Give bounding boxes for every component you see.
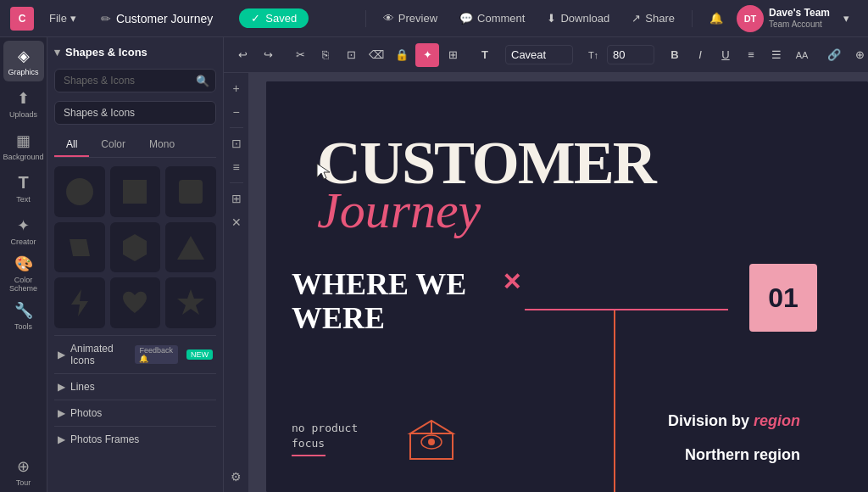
canvas: CUSTOMER Journey WHERE WE WERE	[249, 73, 868, 492]
uploads-icon: ⬆	[17, 89, 30, 108]
cut-button[interactable]: ✂	[288, 43, 312, 67]
team-name: Dave's Team	[769, 7, 830, 19]
font-size-t-button[interactable]: T↑	[581, 43, 605, 67]
paste-button[interactable]: ⊡	[339, 43, 363, 67]
left-sidebar: ◈ Graphics ⬆ Uploads ▦ Background T Text…	[0, 37, 224, 492]
shape-heart[interactable]	[110, 277, 161, 328]
layers-button[interactable]: ≡	[226, 157, 247, 177]
sidebar-item-text[interactable]: T Text	[3, 168, 44, 209]
sidebar-item-graphics[interactable]: ◈ Graphics	[3, 41, 44, 81]
shape-circle[interactable]	[54, 166, 105, 217]
redo-button[interactable]: ↪	[256, 43, 280, 67]
bold-button[interactable]: B	[663, 43, 687, 67]
zoom-out-button[interactable]: −	[226, 102, 247, 122]
shapes-panel: ▾ Shapes & Icons 🔍 Shapes & Icons All Co…	[47, 37, 223, 492]
search-input[interactable]	[54, 69, 216, 92]
sidebar-item-uploads[interactable]: ⬆ Uploads	[3, 83, 44, 124]
tab-mono[interactable]: Mono	[137, 133, 186, 157]
fit-button[interactable]: ⊡	[226, 133, 247, 154]
copy-button[interactable]: ⎘	[314, 43, 337, 67]
comment-label: Comment	[477, 12, 525, 25]
font-size-input[interactable]	[607, 45, 654, 64]
share-button[interactable]: ↗ Share	[623, 8, 683, 29]
square-svg	[118, 175, 152, 209]
icon-rail: ◈ Graphics ⬆ Uploads ▦ Background T Text…	[0, 37, 47, 492]
sidebar-item-creator[interactable]: ✦ Creator	[3, 210, 44, 251]
svg-marker-5	[177, 236, 204, 260]
text-button[interactable]: T	[473, 43, 497, 67]
grid-button[interactable]: ⊞	[441, 43, 465, 67]
sidebar-item-tools[interactable]: 🔧 Tools	[3, 295, 44, 336]
team-info: Dave's Team Team Account	[769, 7, 830, 29]
animated-icons-section[interactable]: ▶ Animated Icons Feedback🔔 NEW	[54, 335, 216, 373]
svg-marker-6	[71, 289, 88, 316]
lock-button[interactable]: 🔒	[390, 43, 414, 67]
shape-lightning[interactable]	[54, 277, 105, 328]
svg-marker-7	[177, 289, 204, 315]
division-label-text: Division by	[668, 412, 749, 429]
graphics-label: Graphics	[8, 68, 38, 76]
special-chars-button[interactable]: ⊕	[848, 43, 868, 67]
notifications-button[interactable]: 🔔	[701, 8, 732, 29]
canvas-grid-button[interactable]: ⊞	[226, 188, 247, 209]
shape-triangle[interactable]	[165, 222, 216, 273]
undo-button[interactable]: ↩	[231, 43, 254, 67]
section-chevron-icon: ▶	[58, 349, 65, 361]
underline-button[interactable]: U	[714, 43, 737, 67]
shape-parallelogram[interactable]	[54, 222, 105, 273]
tab-all[interactable]: All	[54, 133, 89, 157]
no-product-line1: no product	[292, 422, 358, 434]
lines-chevron-icon: ▶	[58, 381, 65, 393]
highlight-button[interactable]: ✦	[415, 43, 439, 67]
preview-button[interactable]: 👁 Preview	[375, 8, 446, 29]
animated-icons-label: Animated Icons	[70, 343, 126, 366]
tab-color[interactable]: Color	[89, 133, 137, 157]
link-button[interactable]: 🔗	[822, 43, 846, 67]
settings-button[interactable]: ⚙	[226, 467, 247, 487]
circle-svg	[63, 175, 97, 209]
photos-frames-label: Photos Frames	[70, 433, 139, 445]
lines-section[interactable]: ▶ Lines	[54, 373, 216, 400]
pencil-icon: ✏	[101, 12, 111, 25]
color-scheme-icon: 🎨	[14, 254, 33, 273]
cursor-icon	[315, 162, 332, 182]
sidebar-item-tour[interactable]: ⊕ Tour	[3, 451, 44, 492]
box-number: 01	[768, 282, 798, 314]
box-icon-area	[402, 412, 461, 467]
photos-section[interactable]: ▶ Photos	[54, 400, 216, 426]
side-sep-1	[230, 127, 243, 128]
color-scheme-label: Color Scheme	[3, 276, 44, 293]
package-icon	[402, 412, 461, 463]
zoom-in-button[interactable]: +	[226, 78, 247, 98]
where-we-area: WHERE WE WERE	[292, 268, 466, 335]
shape-rounded-square[interactable]	[165, 166, 216, 217]
font-family-input[interactable]	[505, 45, 573, 64]
photos-frames-section[interactable]: ▶ Photos Frames	[54, 426, 216, 452]
list-button[interactable]: ☰	[765, 43, 788, 67]
sidebar-item-background[interactable]: ▦ Background	[3, 126, 44, 166]
category-select[interactable]: Shapes & Icons	[54, 101, 216, 125]
were-text: WERE	[292, 301, 385, 335]
delete-button[interactable]: ⌫	[364, 43, 388, 67]
align-button[interactable]: ≡	[739, 43, 763, 67]
text-label: Text	[16, 195, 31, 204]
parallelogram-svg	[63, 231, 97, 265]
italic-button[interactable]: I	[688, 43, 712, 67]
shape-square[interactable]	[110, 166, 161, 217]
sidebar-item-color-scheme[interactable]: 🎨 Color Scheme	[3, 253, 44, 294]
comment-button[interactable]: 💬 Comment	[451, 8, 533, 29]
preview-icon: 👁	[383, 12, 394, 25]
shape-star[interactable]	[165, 277, 216, 328]
more-text-button[interactable]: AA	[790, 43, 814, 67]
file-menu-button[interactable]: File ▾	[42, 8, 83, 28]
svg-rect-1	[123, 180, 147, 204]
team-dropdown-button[interactable]: ▾	[835, 8, 858, 29]
shape-hexagon[interactable]	[110, 222, 161, 273]
document-title-button[interactable]: ✏ Customer Journey	[92, 8, 222, 30]
svg-point-11	[428, 439, 435, 445]
panel-chevron-icon: ▾	[54, 46, 60, 59]
background-label: Background	[3, 153, 43, 161]
photos-chevron-icon: ▶	[58, 407, 65, 419]
download-button[interactable]: ⬇ Download	[538, 8, 618, 29]
canvas-close-button[interactable]: ✕	[226, 212, 247, 232]
